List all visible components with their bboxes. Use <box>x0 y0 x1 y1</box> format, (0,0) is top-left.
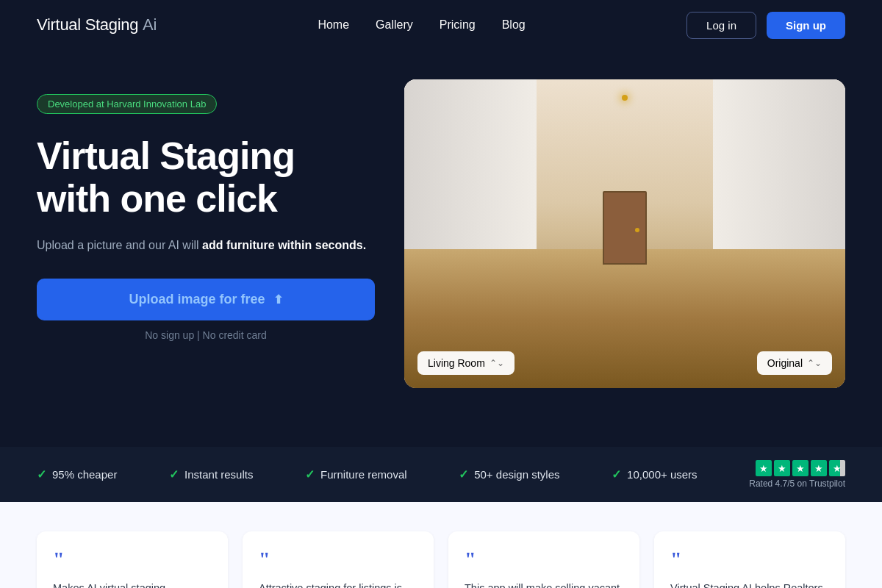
testimonial-text-1: Makes AI virtual staging indistinguishab… <box>53 580 212 588</box>
nav-home[interactable]: Home <box>318 18 349 31</box>
trustpilot-rating-text: Rated 4.7/5 on Trustpilot <box>749 478 845 489</box>
upload-button[interactable]: Upload image for free ⬆ <box>37 279 375 320</box>
nav-actions: Log in Sign up <box>686 12 845 39</box>
stat-styles: ✓ 50+ design styles <box>459 467 559 481</box>
navbar: Virtual Staging Ai Home Gallery Pricing … <box>0 0 882 50</box>
login-button[interactable]: Log in <box>686 12 756 39</box>
star-4: ★ <box>811 460 827 476</box>
quote-mark-4: " <box>670 549 829 570</box>
trustpilot-widget: ★ ★ ★ ★ ★ Rated 4.7/5 on Trustpilot <box>749 460 845 489</box>
stat-users: ✓ 10,000+ users <box>612 467 698 481</box>
room-type-label: Living Room <box>428 357 485 369</box>
star-2: ★ <box>774 460 790 476</box>
nav-pricing[interactable]: Pricing <box>440 18 476 31</box>
stat-removal: ✓ Furniture removal <box>305 467 407 481</box>
quote-mark-1: " <box>53 549 212 570</box>
hero-right: Living Room ⌃⌄ Original ⌃⌄ <box>404 79 845 388</box>
room-background <box>404 79 845 388</box>
brand-logo: Virtual Staging Ai <box>37 15 157 35</box>
stat-label-cheaper: 95% cheaper <box>52 468 117 481</box>
hero-left: Developed at Harvard Innovation Lab Virt… <box>37 79 375 341</box>
room-door <box>603 191 647 265</box>
stat-label-instant: Instant results <box>184 468 253 481</box>
stat-label-removal: Furniture removal <box>320 468 407 481</box>
testimonials-section: " Makes AI virtual staging indistinguish… <box>0 502 882 588</box>
brand-name: Virtual Staging <box>37 15 138 34</box>
testimonial-1: " Makes AI virtual staging indistinguish… <box>37 531 228 588</box>
hero-image: Living Room ⌃⌄ Original ⌃⌄ <box>404 79 845 388</box>
testimonial-text-4: Virtual Staging AI helps Realtors digita… <box>670 580 829 588</box>
room-type-chevron: ⌃⌄ <box>490 358 504 368</box>
testimonial-4: " Virtual Staging AI helps Realtors digi… <box>654 531 845 588</box>
room-type-dropdown[interactable]: Living Room ⌃⌄ <box>417 351 514 375</box>
stat-label-styles: 50+ design styles <box>474 468 559 481</box>
room-ceiling-light <box>622 95 628 101</box>
hero-subtitle: Upload a picture and our AI will add fur… <box>37 236 375 255</box>
view-type-dropdown[interactable]: Original ⌃⌄ <box>757 351 832 375</box>
room-wall-left <box>404 79 537 265</box>
testimonial-2: " Attractive staging for listings is eas… <box>243 531 434 588</box>
view-type-chevron: ⌃⌄ <box>807 358 822 368</box>
stat-cheaper: ✓ 95% cheaper <box>37 467 117 481</box>
stat-label-users: 10,000+ users <box>627 468 698 481</box>
star-1: ★ <box>756 460 772 476</box>
upload-icon: ⬆ <box>273 293 283 306</box>
testimonial-text-3: This app will make selling vacant homes … <box>465 580 623 588</box>
nav-links: Home Gallery Pricing Blog <box>318 18 525 32</box>
quote-mark-3: " <box>465 549 623 570</box>
star-3: ★ <box>792 460 808 476</box>
testimonial-text-2: Attractive staging for listings is easie… <box>259 580 417 588</box>
upload-free-text: free <box>240 292 265 306</box>
check-icon-2: ✓ <box>169 467 179 481</box>
stats-bar: ✓ 95% cheaper ✓ Instant results ✓ Furnit… <box>0 447 882 502</box>
trustpilot-stars: ★ ★ ★ ★ ★ <box>756 460 845 476</box>
hero-title: Virtual Staging with one click <box>37 135 375 220</box>
view-type-label: Original <box>767 357 803 369</box>
star-half: ★ <box>829 460 845 476</box>
room-wall-right <box>713 79 845 265</box>
no-signup-text: No sign up | No credit card <box>37 329 375 341</box>
stat-instant: ✓ Instant results <box>169 467 253 481</box>
nav-blog[interactable]: Blog <box>502 18 526 31</box>
quote-mark-2: " <box>259 549 417 570</box>
upload-label-text: Upload image for <box>129 292 240 306</box>
check-icon-5: ✓ <box>612 467 621 481</box>
check-icon-3: ✓ <box>305 467 315 481</box>
check-icon-4: ✓ <box>459 467 468 481</box>
brand-suffix: Ai <box>143 15 157 34</box>
nav-gallery[interactable]: Gallery <box>376 18 413 31</box>
check-icon-1: ✓ <box>37 467 46 481</box>
signup-button[interactable]: Sign up <box>767 12 845 39</box>
testimonial-3: " This app will make selling vacant home… <box>448 531 639 588</box>
hero-section: Developed at Harvard Innovation Lab Virt… <box>0 50 882 447</box>
harvard-badge: Developed at Harvard Innovation Lab <box>37 94 217 114</box>
